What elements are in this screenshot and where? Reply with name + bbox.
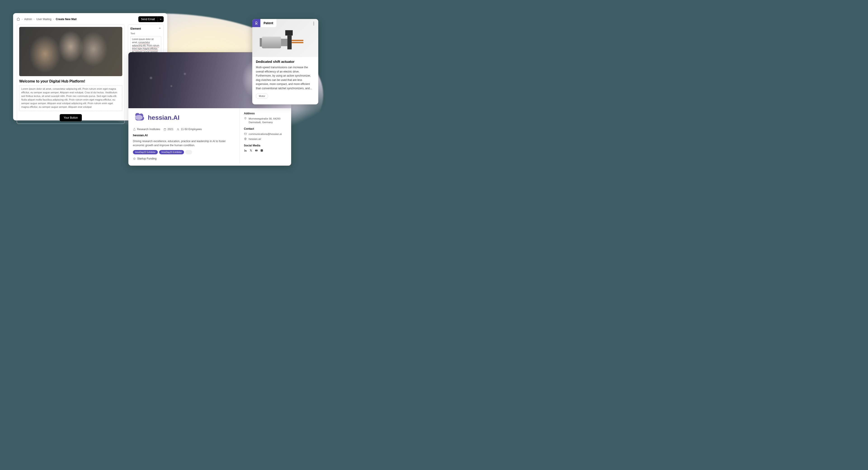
chevron-up-icon[interactable] [158, 27, 161, 30]
company-name: hessian.AI [133, 133, 235, 137]
svg-point-9 [261, 150, 262, 151]
panel-title: Element [130, 27, 141, 30]
home-icon[interactable] [17, 18, 20, 21]
funding-icon [133, 157, 136, 160]
social-links [244, 149, 287, 153]
chevron-right-icon: › [22, 18, 22, 21]
address-row: Mornewegstraße 30, 64293 Darmstadt, Germ… [244, 117, 287, 124]
text-field-label: Text [130, 32, 161, 35]
chevron-right-icon: › [34, 18, 34, 21]
breadcrumb-item[interactable]: Admin [24, 18, 32, 21]
svg-rect-17 [281, 39, 287, 46]
x-icon[interactable] [249, 149, 252, 153]
globe-icon [244, 137, 247, 140]
patent-description: Multi-speed transmissions can increase t… [256, 65, 315, 91]
profile-sidebar: Address Mornewegstraße 30, 64293 Darmsta… [240, 108, 291, 164]
social-heading: Social Media [244, 144, 287, 147]
year-meta: 2021 [163, 128, 174, 131]
badge-pill[interactable]: InnoDay22 Exhibitor [133, 150, 158, 154]
profile-body: hessian.AI Research Institutes 2021 11-5… [128, 108, 291, 164]
svg-point-3 [178, 129, 179, 129]
svg-point-12 [313, 22, 314, 23]
svg-point-4 [245, 118, 246, 119]
funding-row: Startup Funding [133, 157, 235, 160]
website-row[interactable]: hessian.ai/ [244, 137, 287, 141]
chevron-right-icon: › [53, 18, 54, 21]
svg-point-13 [313, 23, 314, 24]
mail-icon [244, 132, 247, 135]
breadcrumb: › Admin › User Mailing › Create New Mail [17, 18, 76, 21]
flask-icon [133, 128, 136, 131]
patent-badge: Patent [252, 19, 276, 27]
category-meta: Research Institutes [133, 128, 160, 131]
patent-body: Dedicated shift actuator Multi-speed tra… [252, 57, 318, 101]
patent-image-area: Patent [252, 19, 318, 57]
linkedin-icon[interactable] [244, 149, 247, 153]
address-heading: Address [244, 112, 287, 115]
svg-rect-5 [244, 133, 247, 135]
badge-pill[interactable]: InnoDay23 Exhibitor [159, 150, 184, 154]
youtube-icon[interactable] [255, 149, 258, 153]
calendar-icon [163, 128, 166, 131]
patent-tag[interactable]: Motor [256, 93, 268, 99]
svg-rect-20 [291, 42, 303, 43]
svg-point-11 [255, 22, 257, 24]
funding-label: Startup Funding [137, 157, 156, 160]
send-dropdown-button[interactable] [158, 16, 164, 22]
email-row[interactable]: communications@hessian.ai [244, 132, 287, 136]
svg-rect-18 [287, 35, 291, 49]
location-icon [244, 117, 247, 120]
users-icon [177, 128, 180, 131]
editor-canvas[interactable]: Welcome to your Digital Hub Platform! Lo… [17, 24, 125, 124]
breadcrumb-item[interactable]: User Mailing [36, 18, 52, 21]
breadcrumb-current: Create New Mail [56, 18, 76, 21]
company-logo: hessian.AI [133, 112, 235, 124]
editor-toolbar: › Admin › User Mailing › Create New Mail… [17, 16, 164, 22]
award-icon [252, 19, 260, 27]
company-description: Driving research excellence, education, … [133, 139, 235, 147]
email-heading[interactable]: Welcome to your Digital Hub Platform! [19, 79, 122, 83]
company-meta: Research Institutes 2021 11-50 Employees [133, 128, 235, 131]
patent-rendering [257, 29, 314, 55]
send-button-group: Send Email [138, 16, 164, 22]
kebab-menu-icon[interactable] [311, 21, 316, 26]
contact-heading: Contact [244, 127, 287, 130]
svg-rect-22 [260, 38, 262, 47]
logo-mark-icon [133, 112, 146, 124]
svg-point-2 [178, 128, 178, 129]
patent-badge-label: Patent [260, 19, 276, 27]
svg-point-0 [135, 115, 143, 120]
badge-pill-ghost [185, 150, 192, 154]
svg-rect-21 [285, 30, 293, 36]
svg-rect-16 [262, 37, 281, 49]
svg-rect-19 [291, 40, 303, 41]
employees-meta: 11-50 Employees [177, 128, 202, 131]
send-email-button[interactable]: Send Email [138, 16, 158, 22]
svg-point-14 [313, 25, 314, 25]
patent-title: Dedicated shift actuator [256, 60, 315, 63]
company-badges: InnoDay22 Exhibitor InnoDay23 Exhibitor [133, 150, 235, 154]
patent-card: Patent [252, 19, 318, 104]
email-cta-button[interactable]: Your Button [60, 114, 82, 121]
profile-main: hessian.AI Research Institutes 2021 11-5… [128, 108, 240, 164]
hero-image-placeholder[interactable] [19, 27, 122, 76]
svg-rect-1 [164, 128, 166, 130]
instagram-icon[interactable] [260, 149, 264, 153]
email-body-text[interactable]: Lorem ipsum dolor sit amet, consectetur … [19, 85, 122, 111]
company-brand-name: hessian.AI [148, 114, 180, 121]
